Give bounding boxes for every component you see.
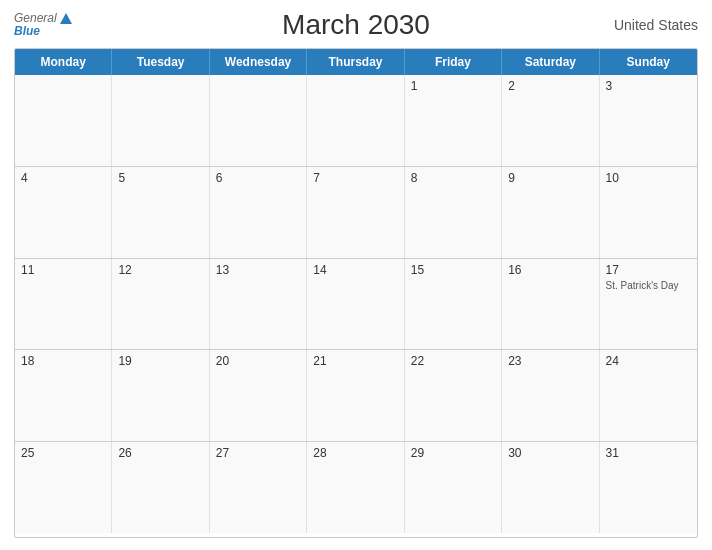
day-number: 25 <box>21 446 105 460</box>
table-row: 2 <box>502 75 599 166</box>
day-number: 2 <box>508 79 592 93</box>
day-number: 31 <box>606 446 691 460</box>
table-row: 28 <box>307 442 404 533</box>
day-number: 30 <box>508 446 592 460</box>
day-number: 27 <box>216 446 300 460</box>
table-row: 1 <box>405 75 502 166</box>
day-header-monday: Monday <box>15 49 112 75</box>
day-header-wednesday: Wednesday <box>210 49 307 75</box>
calendar-title: March 2030 <box>282 9 430 41</box>
table-row: 11 <box>15 259 112 350</box>
table-row: 24 <box>600 350 697 441</box>
day-number: 9 <box>508 171 592 185</box>
day-number: 26 <box>118 446 202 460</box>
table-row: 16 <box>502 259 599 350</box>
day-number: 16 <box>508 263 592 277</box>
week-row-4: 25262728293031 <box>15 442 697 533</box>
table-row: 17St. Patrick's Day <box>600 259 697 350</box>
table-row: 5 <box>112 167 209 258</box>
day-number: 28 <box>313 446 397 460</box>
table-row: 12 <box>112 259 209 350</box>
table-row: 7 <box>307 167 404 258</box>
day-header-friday: Friday <box>405 49 502 75</box>
event-label: St. Patrick's Day <box>606 279 691 292</box>
calendar-body: 1234567891011121314151617St. Patrick's D… <box>15 75 697 533</box>
day-number: 19 <box>118 354 202 368</box>
day-header-tuesday: Tuesday <box>112 49 209 75</box>
week-row-0: 123 <box>15 75 697 167</box>
table-row <box>15 75 112 166</box>
table-row: 15 <box>405 259 502 350</box>
table-row: 21 <box>307 350 404 441</box>
table-row: 26 <box>112 442 209 533</box>
day-number: 7 <box>313 171 397 185</box>
table-row: 10 <box>600 167 697 258</box>
day-number: 22 <box>411 354 495 368</box>
page: GeneralBlueMarch 2030United States Monda… <box>0 0 712 550</box>
week-row-2: 11121314151617St. Patrick's Day <box>15 259 697 351</box>
day-number: 8 <box>411 171 495 185</box>
table-row: 14 <box>307 259 404 350</box>
table-row: 30 <box>502 442 599 533</box>
week-row-1: 45678910 <box>15 167 697 259</box>
day-number: 12 <box>118 263 202 277</box>
table-row: 23 <box>502 350 599 441</box>
day-number: 5 <box>118 171 202 185</box>
table-row <box>210 75 307 166</box>
day-header-saturday: Saturday <box>502 49 599 75</box>
day-number: 13 <box>216 263 300 277</box>
region-label: United States <box>614 17 698 33</box>
table-row: 25 <box>15 442 112 533</box>
day-number: 1 <box>411 79 495 93</box>
table-row: 18 <box>15 350 112 441</box>
table-row: 22 <box>405 350 502 441</box>
day-number: 18 <box>21 354 105 368</box>
table-row: 27 <box>210 442 307 533</box>
table-row: 31 <box>600 442 697 533</box>
day-number: 6 <box>216 171 300 185</box>
day-number: 4 <box>21 171 105 185</box>
day-number: 23 <box>508 354 592 368</box>
table-row: 19 <box>112 350 209 441</box>
day-number: 29 <box>411 446 495 460</box>
calendar-header: MondayTuesdayWednesdayThursdayFridaySatu… <box>15 49 697 75</box>
table-row: 29 <box>405 442 502 533</box>
table-row: 6 <box>210 167 307 258</box>
table-row: 8 <box>405 167 502 258</box>
table-row: 13 <box>210 259 307 350</box>
day-header-thursday: Thursday <box>307 49 404 75</box>
table-row: 9 <box>502 167 599 258</box>
day-number: 14 <box>313 263 397 277</box>
table-row: 20 <box>210 350 307 441</box>
day-number: 11 <box>21 263 105 277</box>
table-row: 4 <box>15 167 112 258</box>
logo-container: GeneralBlue <box>14 12 94 38</box>
day-number: 15 <box>411 263 495 277</box>
day-number: 20 <box>216 354 300 368</box>
table-row <box>307 75 404 166</box>
day-number: 17 <box>606 263 691 277</box>
table-row: 3 <box>600 75 697 166</box>
week-row-3: 18192021222324 <box>15 350 697 442</box>
day-number: 10 <box>606 171 691 185</box>
day-number: 3 <box>606 79 691 93</box>
day-number: 24 <box>606 354 691 368</box>
day-header-sunday: Sunday <box>600 49 697 75</box>
table-row <box>112 75 209 166</box>
header: GeneralBlueMarch 2030United States <box>14 12 698 38</box>
calendar: MondayTuesdayWednesdayThursdayFridaySatu… <box>14 48 698 538</box>
day-number: 21 <box>313 354 397 368</box>
